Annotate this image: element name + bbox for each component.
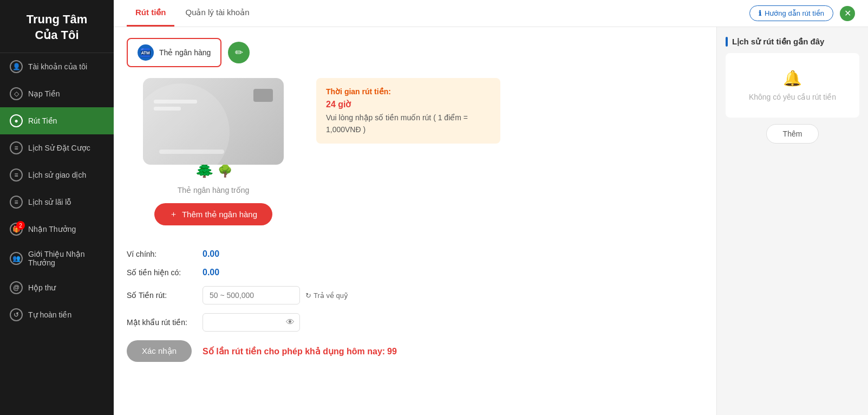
card-and-notice: 🌲 🌳 Thẻ ngân hàng trống ＋ Thêm thẻ ngân … [127, 78, 703, 236]
tra-ve-quy-label: Trả về quỹ [314, 291, 348, 300]
tab-quan-ly[interactable]: Quản lý tài khoản [177, 0, 258, 27]
notice-time-value: 24 giờ [326, 98, 491, 112]
tree-icon-2: 🌳 [218, 164, 232, 178]
sidebar-item-nap-tien[interactable]: ◇ Nạp Tiền [0, 80, 114, 107]
mat-khau-input[interactable] [203, 313, 300, 332]
sidebar-item-lich-su-lai-lo[interactable]: ≡ Lịch sử lãi lỗ [0, 189, 114, 216]
withdraw-count-text: Số lần rút tiền cho phép khả dụng hôm na… [203, 346, 397, 356]
edit-button[interactable]: ✏ [228, 42, 250, 63]
sidebar-item-label: Giới Thiệu Nhận Thưởng [28, 250, 104, 267]
empty-history: 🔔 Không có yêu cầu rút tiền [726, 53, 859, 118]
sidebar-item-label: Rút Tiền [28, 116, 57, 125]
sidebar-item-label: Nạp Tiền [28, 89, 60, 98]
lich-su-giao-dich-icon: ≡ [10, 168, 23, 181]
rut-tien-icon: ● [10, 114, 23, 127]
more-button[interactable]: Thêm [766, 124, 819, 144]
close-button[interactable]: ✕ [840, 6, 855, 21]
sidebar-item-label: Tự hoàn tiền [28, 310, 71, 319]
sidebar-item-gioi-thieu[interactable]: 👥 Giới Thiệu Nhận Thưởng [0, 243, 114, 274]
sidebar-item-lich-su-dat-cuoc[interactable]: ≡ Lịch Sử Đặt Cược [0, 134, 114, 161]
nap-tien-icon: ◇ [10, 87, 23, 100]
top-bar: Rút tiền Quản lý tài khoản ℹ Hướng dẫn r… [114, 0, 868, 27]
bell-icon: 🔔 [783, 69, 802, 87]
mat-khau-row: Mật khẩu rút tiền: 👁 [127, 313, 703, 332]
card-chip [253, 89, 273, 102]
sidebar: Trung Tâm Của Tôi 👤 Tài khoản của tôi ◇ … [0, 0, 114, 415]
card-selector: 🏧 Thẻ ngân hàng ✏ [127, 38, 703, 67]
sidebar-title: Trung Tâm Của Tôi [0, 0, 114, 53]
so-tien-hien-co-value: 0.00 [203, 268, 219, 277]
tu-hoan-tien-icon: ↺ [10, 308, 23, 321]
mat-khau-label: Mật khẩu rút tiền: [127, 318, 197, 327]
empty-card-area: 🌲 🌳 Thẻ ngân hàng trống ＋ Thêm thẻ ngân … [127, 78, 300, 225]
withdraw-count-value: 99 [387, 347, 397, 356]
sidebar-item-label: Hộp thư [28, 283, 56, 292]
sidebar-item-label: Lịch sử giao dịch [28, 171, 86, 179]
so-tien-hien-co-label: Số tiền hiện có: [127, 268, 197, 277]
sidebar-item-rut-tien[interactable]: ● Rút Tiền [0, 107, 114, 134]
sidebar-item-lich-su-giao-dich[interactable]: ≡ Lịch sử giao dịch [0, 161, 114, 189]
hop-thu-icon: @ [10, 281, 23, 294]
gioi-thieu-icon: 👥 [10, 252, 23, 265]
so-tien-rut-row: Số Tiền rút: ↻ Trả về quỹ [127, 286, 703, 304]
password-input-wrap: 👁 [203, 313, 300, 332]
nhan-thuong-badge: 2 [16, 221, 25, 230]
card-line-2 [154, 107, 181, 111]
eye-icon[interactable]: 👁 [286, 317, 295, 327]
guide-label: Hướng dẫn rút tiền [765, 9, 824, 17]
sidebar-item-label: Lịch Sử Đặt Cược [28, 144, 90, 152]
empty-card-label: Thẻ ngân hàng trống [178, 186, 249, 194]
sidebar-item-hop-thu[interactable]: @ Hộp thư [0, 274, 114, 301]
add-bank-label: Thêm thẻ ngân hàng [182, 210, 257, 219]
plus-icon: ＋ [169, 209, 178, 219]
bank-tab-button[interactable]: 🏧 Thẻ ngân hàng [127, 38, 221, 67]
empty-history-text: Không có yêu cầu rút tiền [749, 93, 836, 101]
vi-chinh-row: Ví chính: 0.00 [127, 249, 703, 259]
right-panel: Lịch sử rút tiền gần đây 🔔 Không có yêu … [716, 27, 868, 415]
sidebar-item-label: Nhận Thưởng [28, 225, 76, 234]
guide-button[interactable]: ℹ Hướng dẫn rút tiền [749, 5, 833, 21]
tab-rut-tien[interactable]: Rút tiền [127, 0, 174, 27]
card-line-1 [154, 100, 197, 103]
tai-khoan-icon: 👤 [10, 60, 23, 73]
tra-ve-quy-button[interactable]: ↻ Trả về quỹ [305, 291, 348, 300]
notice-description: Vui lòng nhập số tiền muốn rút ( 1 điểm … [326, 113, 468, 134]
main-content: Rút tiền Quản lý tài khoản ℹ Hướng dẫn r… [114, 0, 868, 415]
content-area: 🏧 Thẻ ngân hàng ✏ [114, 27, 868, 415]
lich-su-lai-lo-icon: ≡ [10, 196, 23, 209]
left-panel: 🏧 Thẻ ngân hàng ✏ [114, 27, 716, 415]
card-lines [154, 100, 197, 114]
sidebar-item-label: Tài khoản của tôi [28, 62, 87, 71]
vi-chinh-label: Ví chính: [127, 250, 197, 258]
sidebar-item-label: Lịch sử lãi lỗ [28, 198, 71, 206]
so-tien-hien-co-row: Số tiền hiện có: 0.00 [127, 268, 703, 277]
sidebar-item-nhan-thuong[interactable]: 🎁 Nhận Thưởng 2 [0, 216, 114, 243]
bank-tab-label: Thẻ ngân hàng [159, 48, 211, 57]
lich-su-dat-cuoc-icon: ≡ [10, 141, 23, 154]
history-title: Lịch sử rút tiền gần đây [726, 37, 859, 47]
submit-row: Xác nhận Số lần rút tiền cho phép khả dụ… [127, 340, 703, 362]
bank-icon: 🏧 [138, 44, 154, 61]
so-tien-rut-input[interactable] [203, 286, 300, 304]
add-bank-button[interactable]: ＋ Thêm thẻ ngân hàng [154, 203, 272, 225]
info-notice: Thời gian rút tiền: 24 giờ Vui lòng nhập… [316, 78, 500, 144]
so-tien-rut-label: Số Tiền rút: [127, 291, 197, 300]
info-icon: ℹ [759, 9, 761, 17]
vi-chinh-value: 0.00 [203, 249, 219, 259]
sidebar-item-tu-hoan-tien[interactable]: ↺ Tự hoàn tiền [0, 301, 114, 328]
confirm-button[interactable]: Xác nhận [127, 340, 192, 362]
notice-time-label: Thời gian rút tiền: [326, 87, 391, 96]
refresh-icon: ↻ [305, 291, 311, 300]
card-placeholder [143, 78, 284, 165]
sidebar-item-tai-khoan[interactable]: 👤 Tài khoản của tôi [0, 53, 114, 80]
